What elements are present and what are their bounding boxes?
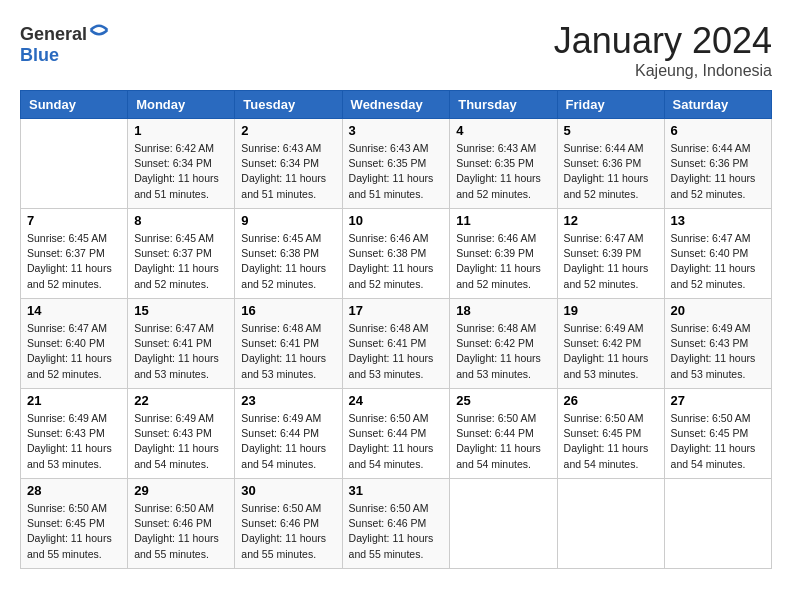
calendar-cell: 16Sunrise: 6:48 AMSunset: 6:41 PMDayligh… — [235, 299, 342, 389]
day-number: 13 — [671, 213, 765, 228]
calendar-cell: 15Sunrise: 6:47 AMSunset: 6:41 PMDayligh… — [128, 299, 235, 389]
day-info: Sunrise: 6:47 AMSunset: 6:39 PMDaylight:… — [564, 231, 658, 292]
day-number: 21 — [27, 393, 121, 408]
weekday-header-saturday: Saturday — [664, 91, 771, 119]
day-number: 14 — [27, 303, 121, 318]
day-number: 25 — [456, 393, 550, 408]
day-number: 9 — [241, 213, 335, 228]
page-header: General Blue January 2024 Kajeung, Indon… — [20, 20, 772, 80]
day-info: Sunrise: 6:50 AMSunset: 6:45 PMDaylight:… — [671, 411, 765, 472]
day-number: 3 — [349, 123, 444, 138]
weekday-header-monday: Monday — [128, 91, 235, 119]
calendar-cell: 30Sunrise: 6:50 AMSunset: 6:46 PMDayligh… — [235, 479, 342, 569]
day-number: 10 — [349, 213, 444, 228]
day-number: 31 — [349, 483, 444, 498]
day-info: Sunrise: 6:48 AMSunset: 6:42 PMDaylight:… — [456, 321, 550, 382]
calendar-cell: 1Sunrise: 6:42 AMSunset: 6:34 PMDaylight… — [128, 119, 235, 209]
calendar-cell: 13Sunrise: 6:47 AMSunset: 6:40 PMDayligh… — [664, 209, 771, 299]
weekday-header-tuesday: Tuesday — [235, 91, 342, 119]
calendar-cell: 21Sunrise: 6:49 AMSunset: 6:43 PMDayligh… — [21, 389, 128, 479]
day-info: Sunrise: 6:49 AMSunset: 6:43 PMDaylight:… — [671, 321, 765, 382]
day-number: 15 — [134, 303, 228, 318]
weekday-header-sunday: Sunday — [21, 91, 128, 119]
calendar-cell: 22Sunrise: 6:49 AMSunset: 6:43 PMDayligh… — [128, 389, 235, 479]
day-info: Sunrise: 6:46 AMSunset: 6:38 PMDaylight:… — [349, 231, 444, 292]
day-number: 5 — [564, 123, 658, 138]
calendar-cell: 17Sunrise: 6:48 AMSunset: 6:41 PMDayligh… — [342, 299, 450, 389]
day-number: 19 — [564, 303, 658, 318]
day-info: Sunrise: 6:43 AMSunset: 6:35 PMDaylight:… — [456, 141, 550, 202]
day-info: Sunrise: 6:49 AMSunset: 6:44 PMDaylight:… — [241, 411, 335, 472]
day-number: 11 — [456, 213, 550, 228]
logo-text: General Blue — [20, 20, 109, 66]
day-info: Sunrise: 6:50 AMSunset: 6:46 PMDaylight:… — [241, 501, 335, 562]
day-info: Sunrise: 6:50 AMSunset: 6:45 PMDaylight:… — [27, 501, 121, 562]
logo-icon — [89, 20, 109, 40]
day-info: Sunrise: 6:45 AMSunset: 6:37 PMDaylight:… — [27, 231, 121, 292]
week-row-1: 1Sunrise: 6:42 AMSunset: 6:34 PMDaylight… — [21, 119, 772, 209]
day-info: Sunrise: 6:47 AMSunset: 6:40 PMDaylight:… — [27, 321, 121, 382]
day-number: 29 — [134, 483, 228, 498]
calendar-cell: 26Sunrise: 6:50 AMSunset: 6:45 PMDayligh… — [557, 389, 664, 479]
calendar-cell: 20Sunrise: 6:49 AMSunset: 6:43 PMDayligh… — [664, 299, 771, 389]
day-number: 27 — [671, 393, 765, 408]
calendar-table: SundayMondayTuesdayWednesdayThursdayFrid… — [20, 90, 772, 569]
day-number: 12 — [564, 213, 658, 228]
calendar-cell: 14Sunrise: 6:47 AMSunset: 6:40 PMDayligh… — [21, 299, 128, 389]
calendar-cell: 24Sunrise: 6:50 AMSunset: 6:44 PMDayligh… — [342, 389, 450, 479]
weekday-header-thursday: Thursday — [450, 91, 557, 119]
day-number: 16 — [241, 303, 335, 318]
day-info: Sunrise: 6:48 AMSunset: 6:41 PMDaylight:… — [349, 321, 444, 382]
day-number: 4 — [456, 123, 550, 138]
day-number: 28 — [27, 483, 121, 498]
day-info: Sunrise: 6:46 AMSunset: 6:39 PMDaylight:… — [456, 231, 550, 292]
week-row-4: 21Sunrise: 6:49 AMSunset: 6:43 PMDayligh… — [21, 389, 772, 479]
calendar-body: 1Sunrise: 6:42 AMSunset: 6:34 PMDaylight… — [21, 119, 772, 569]
calendar-cell: 9Sunrise: 6:45 AMSunset: 6:38 PMDaylight… — [235, 209, 342, 299]
weekday-header-friday: Friday — [557, 91, 664, 119]
day-info: Sunrise: 6:49 AMSunset: 6:43 PMDaylight:… — [134, 411, 228, 472]
day-info: Sunrise: 6:47 AMSunset: 6:40 PMDaylight:… — [671, 231, 765, 292]
day-info: Sunrise: 6:43 AMSunset: 6:35 PMDaylight:… — [349, 141, 444, 202]
day-number: 6 — [671, 123, 765, 138]
title-block: January 2024 Kajeung, Indonesia — [554, 20, 772, 80]
logo: General Blue — [20, 20, 109, 66]
day-info: Sunrise: 6:44 AMSunset: 6:36 PMDaylight:… — [671, 141, 765, 202]
calendar-cell — [450, 479, 557, 569]
day-number: 26 — [564, 393, 658, 408]
day-number: 7 — [27, 213, 121, 228]
day-number: 22 — [134, 393, 228, 408]
weekday-header-wednesday: Wednesday — [342, 91, 450, 119]
day-number: 8 — [134, 213, 228, 228]
day-number: 17 — [349, 303, 444, 318]
weekday-header-row: SundayMondayTuesdayWednesdayThursdayFrid… — [21, 91, 772, 119]
day-number: 20 — [671, 303, 765, 318]
day-number: 23 — [241, 393, 335, 408]
calendar-cell — [557, 479, 664, 569]
week-row-2: 7Sunrise: 6:45 AMSunset: 6:37 PMDaylight… — [21, 209, 772, 299]
calendar-cell: 5Sunrise: 6:44 AMSunset: 6:36 PMDaylight… — [557, 119, 664, 209]
day-info: Sunrise: 6:48 AMSunset: 6:41 PMDaylight:… — [241, 321, 335, 382]
day-info: Sunrise: 6:49 AMSunset: 6:42 PMDaylight:… — [564, 321, 658, 382]
calendar-cell — [21, 119, 128, 209]
day-number: 30 — [241, 483, 335, 498]
calendar-cell: 3Sunrise: 6:43 AMSunset: 6:35 PMDaylight… — [342, 119, 450, 209]
logo-general: General — [20, 24, 87, 44]
day-number: 1 — [134, 123, 228, 138]
calendar-cell: 28Sunrise: 6:50 AMSunset: 6:45 PMDayligh… — [21, 479, 128, 569]
calendar-cell: 27Sunrise: 6:50 AMSunset: 6:45 PMDayligh… — [664, 389, 771, 479]
logo-blue: Blue — [20, 45, 59, 65]
calendar-cell: 29Sunrise: 6:50 AMSunset: 6:46 PMDayligh… — [128, 479, 235, 569]
day-info: Sunrise: 6:44 AMSunset: 6:36 PMDaylight:… — [564, 141, 658, 202]
calendar-cell: 31Sunrise: 6:50 AMSunset: 6:46 PMDayligh… — [342, 479, 450, 569]
week-row-5: 28Sunrise: 6:50 AMSunset: 6:45 PMDayligh… — [21, 479, 772, 569]
location: Kajeung, Indonesia — [554, 62, 772, 80]
calendar-cell: 8Sunrise: 6:45 AMSunset: 6:37 PMDaylight… — [128, 209, 235, 299]
day-info: Sunrise: 6:47 AMSunset: 6:41 PMDaylight:… — [134, 321, 228, 382]
calendar-cell: 7Sunrise: 6:45 AMSunset: 6:37 PMDaylight… — [21, 209, 128, 299]
calendar-cell: 25Sunrise: 6:50 AMSunset: 6:44 PMDayligh… — [450, 389, 557, 479]
day-number: 18 — [456, 303, 550, 318]
calendar-cell — [664, 479, 771, 569]
month-title: January 2024 — [554, 20, 772, 62]
day-number: 24 — [349, 393, 444, 408]
